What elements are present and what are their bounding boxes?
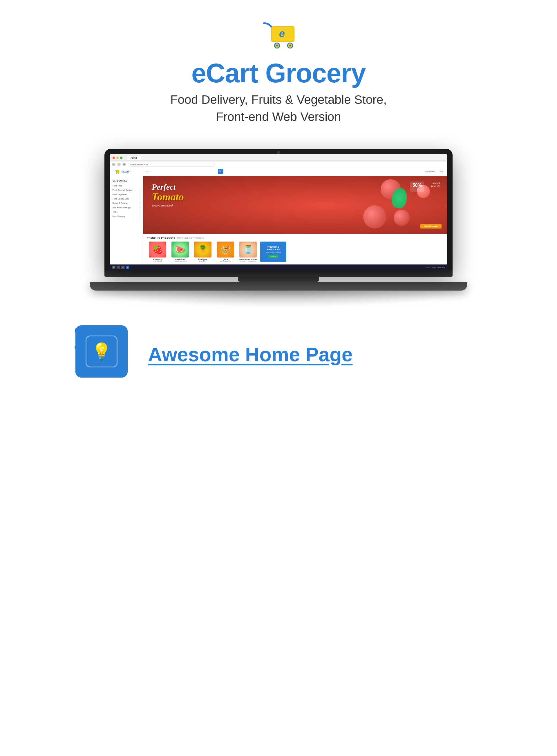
browser-maximize-dot [120,157,122,159]
product-cat-aachi: Mother Of Good Taste [240,261,256,262]
trending-header: TRENDING PRODUCTS MOST SELLING PRODUCTS [147,237,443,239]
sidebar-arrow-more: ⁝ [139,215,140,217]
banner-content-text: Perfect Tomato Today's Best Deal [143,176,447,213]
taskbar-time: 09:10 [432,267,436,268]
cart-link[interactable]: Cart [439,171,443,173]
feature-icon-border: 💡 [86,335,117,367]
site-sidebar: CATEGORIES Fresh Fruit › Fresh Cream & C… [110,176,143,265]
browser-refresh-btn[interactable]: ↺ [122,163,126,166]
trending-subtitle: MOST SELLING PRODUCTS [177,237,204,239]
sidebar-arrow-fresh-cream: › [139,189,140,191]
laptop-hinge [238,277,319,282]
product-cat-watermelon: Fresh Watermelon [174,261,186,262]
product-img-strawberry: 🍓 [149,242,166,258]
feature-title: Awesome Home Page [148,343,352,366]
sidebar-item-more-category[interactable]: More Category ⁝ [110,214,143,218]
sidebar-arrow-baking: › [139,202,140,204]
site-nav: My Account Cart [425,171,443,173]
product-card-watermelon[interactable]: 🍉 Watermelon Fresh Watermelon [170,242,190,262]
product-card-pineapple[interactable]: 🍍 Pineapple Pineapple [192,242,213,262]
feature-blue-box: 💡 [76,325,128,377]
banner-order-button[interactable]: ORDER NOW › [420,224,442,229]
product-card-aachi[interactable]: 🫙 Aachi Garam Masala Mother Of Good Tast… [238,242,259,262]
product-img-pineapple: 🍍 [194,242,211,258]
product-img-quick: 🧺 [217,242,234,258]
svg-text:e: e [116,171,117,172]
browser-back-btn[interactable]: ‹ [112,163,115,166]
site-search-input[interactable]: Search [143,169,218,174]
sidebar-item-baking[interactable]: Baking & Cooking › [110,201,143,205]
my-account-link[interactable]: My Account [425,171,435,173]
svg-point-9 [116,173,117,174]
feature-icon-box: 1 💡 [76,325,134,383]
logo-container: e eCart Grocery Food Delivery, Fruits & … [170,18,387,143]
product-cat-quick: Good Detergent [219,261,231,262]
product-cat-pineapple: Pineapple [199,261,206,262]
taskbar-icons: ⊞ ○ ▭ e [112,266,129,269]
site-banner: Perfect Tomato Today's Best Deal 50% off [143,176,447,234]
banner-sub-text: Today's Best Deal [152,204,439,207]
product-name-aachi: Aachi Garam Masala [239,259,257,261]
app-title: eCart Grocery [192,58,366,88]
taskbar: ⊞ ○ ▭ e ∧ ♦ ♩ ♫ 09:10 15-10-2021 [110,265,447,270]
browser-forward-btn[interactable]: › [117,163,121,166]
product-card-strawberry[interactable]: 🍓 Strawberry Strawberries [147,242,168,262]
taskbar-task-view-icon[interactable]: ▭ [121,266,125,269]
search-button[interactable]: 🔍 [218,169,224,174]
svg-point-6 [289,44,291,47]
feature-row: 1 💡 Awesome Home Page [76,325,481,383]
ecart-logo-icon: e [255,18,302,55]
top-section: e eCart Grocery Food Delivery, Fruits & … [0,0,557,308]
trending-box-sub: Most Selling Products [265,252,281,253]
site-header: e eCART Search 🔍 [110,167,447,176]
sidebar-item-fresh-fruit[interactable]: Fresh Fruit › [110,184,143,188]
taskbar-date: 15-10-2021 [437,267,445,268]
product-name-watermelon: Watermelon [175,259,186,261]
svg-text:e: e [279,28,285,39]
svg-point-10 [118,173,119,174]
browser-minimize-dot [116,157,119,159]
laptop-base [90,277,467,291]
sidebar-item-fresh-veg[interactable]: Fresh Vegetables › [110,192,143,196]
laptop-shadow [90,291,467,308]
sidebar-item-fresh-salad[interactable]: Fresh Salad & Dips › [110,196,143,201]
feature-bulb-icon: 💡 [91,342,112,361]
sidebar-arrow-fresh-veg: › [139,193,140,195]
site-logo-icon: e [114,169,121,174]
taskbar-right: ∧ ♦ ♩ ♫ 09:10 15-10-2021 [425,267,445,268]
product-cat-strawberry: Strawberries [153,261,162,262]
site-logo-text: eCART [122,170,131,173]
main-content-area: Perfect Tomato Today's Best Deal 50% off [143,176,447,265]
browser-address-bar: ‹ › ↺ webelartcream.in [110,162,447,167]
browser-url-bar[interactable]: webelartcream.in [128,163,215,167]
sidebar-arrow-fresh-salad: › [139,198,140,200]
site-logo: e eCART [114,169,131,174]
sidebar-item-fresh-cream[interactable]: Fresh Cream & Custard › [110,188,143,192]
banner-main-text: Perfect Tomato [152,183,439,203]
product-name-strawberry: Strawberry [153,259,163,261]
laptop-foot [90,282,467,291]
taskbar-sys-icons: ∧ ♦ ♩ ♫ [425,267,431,268]
taskbar-windows-icon[interactable]: ⊞ [112,266,115,269]
laptop-screen-bezel: eCart ‹ › ↺ webelartcream.in [105,149,452,270]
trending-box: TRENDING PRODUCTS Most Selling Products … [260,242,286,262]
taskbar-browser-icon[interactable]: e [126,266,129,269]
product-name-quick: Quick [223,259,228,261]
sidebar-arrow-test1: › [139,211,140,213]
view-all-button[interactable]: View All [268,255,278,258]
browser-close-dot [113,157,115,159]
trending-section: TRENDING PRODUCTS MOST SELLING PRODUCTS … [143,234,447,265]
bottom-section: 1 💡 Awesome Home Page [0,325,557,412]
banner-product-name: Tomato [152,191,184,203]
website-content: e eCART Search 🔍 [110,167,447,270]
svg-point-5 [276,44,278,47]
browser-bar: eCart [110,154,447,162]
sidebar-arrow-fresh-fruit: › [139,185,140,186]
browser-tab[interactable]: eCart [126,156,141,160]
taskbar-search-icon[interactable]: ○ [117,266,120,269]
products-grid: 🍓 Strawberry Strawberries 🍉 Watermelon F… [147,242,443,262]
sidebar-item-milk[interactable]: Milk, Butter And Eggs › [110,205,143,210]
laptop-wrapper: eCart ‹ › ↺ webelartcream.in [90,149,467,308]
product-card-quick[interactable]: 🧺 Quick Good Detergent [215,242,236,262]
sidebar-item-test1[interactable]: Test 1 › [110,210,143,214]
